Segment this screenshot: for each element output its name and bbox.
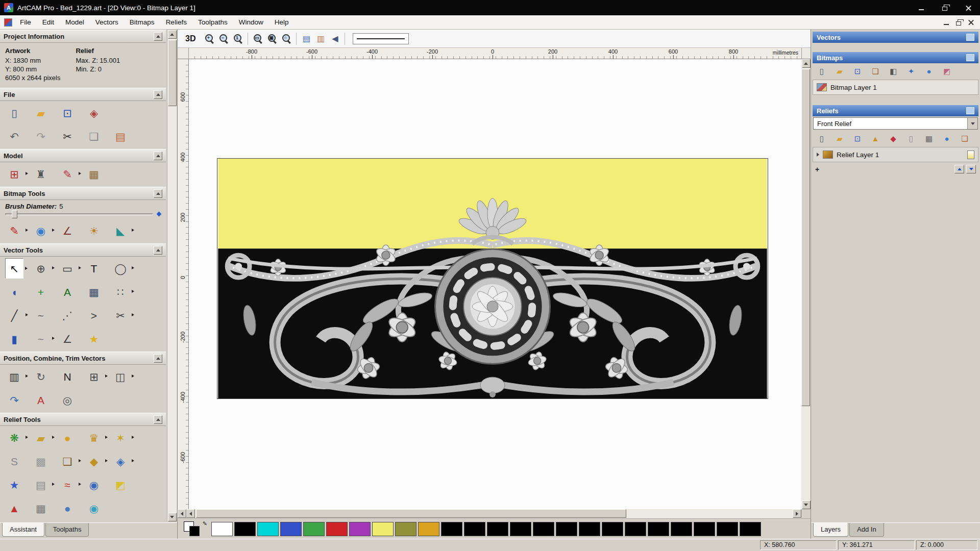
restore-button[interactable] bbox=[952, 17, 965, 28]
toggle-vector-view-button[interactable]: ▥ bbox=[313, 32, 328, 46]
palette-swatch-17[interactable] bbox=[602, 522, 623, 536]
relief-calculate-icon[interactable]: ▦ bbox=[922, 132, 936, 144]
relief-library-icon[interactable]: ❏ bbox=[58, 451, 77, 471]
palette-swatch-14[interactable] bbox=[533, 522, 554, 536]
relief-layer-item[interactable]: Relief Layer 1 bbox=[813, 147, 978, 162]
free-sketch-icon[interactable]: ~ bbox=[32, 305, 50, 325]
shape-editor-flyout-icon[interactable] bbox=[26, 436, 28, 439]
tab-layers[interactable]: Layers bbox=[813, 523, 848, 537]
menu-model[interactable]: Model bbox=[60, 16, 90, 28]
create-ellipse-icon[interactable]: ◯ bbox=[111, 258, 130, 279]
relief-page-icon[interactable]: ▯ bbox=[904, 132, 918, 144]
zoom-in-button[interactable]: + bbox=[202, 32, 216, 46]
zoom-objects-button[interactable]: ○ bbox=[279, 32, 293, 46]
create-arc-icon[interactable]: > bbox=[85, 305, 103, 325]
reliefs-panel-options-icon[interactable] bbox=[966, 107, 974, 114]
relief-cone-icon[interactable]: ▲ bbox=[869, 132, 882, 144]
flood-fill-icon[interactable]: ◣ bbox=[111, 220, 130, 241]
text-in-box-icon[interactable]: A bbox=[58, 282, 77, 302]
view-3d-button[interactable]: 3D bbox=[182, 32, 199, 46]
rollup-button[interactable] bbox=[154, 415, 162, 424]
sphere-texture-icon[interactable]: ◉ bbox=[85, 474, 103, 495]
close-button[interactable] bbox=[965, 17, 977, 28]
angle-relief-icon[interactable]: ◩ bbox=[111, 474, 130, 495]
star-wizard-icon[interactable]: ★ bbox=[85, 329, 103, 349]
menu-edit[interactable]: Edit bbox=[37, 16, 60, 28]
set-model-size-icon[interactable]: ⊞ bbox=[5, 164, 23, 184]
select-vectors-icon[interactable]: ↖ bbox=[5, 258, 23, 279]
save-model-icon[interactable]: ⊡ bbox=[58, 103, 77, 123]
new-relief-layer-icon[interactable]: ▯ bbox=[815, 132, 828, 144]
palette-swatch-5[interactable] bbox=[326, 522, 348, 536]
bitmap-colours-icon[interactable]: ◩ bbox=[940, 65, 953, 77]
new-bitmap-layer-icon[interactable]: ▯ bbox=[815, 65, 828, 77]
model-texture-icon[interactable]: ▦ bbox=[85, 164, 103, 184]
minimize-button[interactable] bbox=[910, 0, 933, 15]
snap-points-flyout-icon[interactable] bbox=[132, 290, 134, 293]
bitmaps-panel-options-icon[interactable] bbox=[966, 54, 974, 61]
palette-swatch-23[interactable] bbox=[740, 522, 761, 536]
lock-relief-icon[interactable]: ◈ bbox=[111, 451, 130, 471]
bitmap-contrast-icon[interactable]: ◧ bbox=[887, 65, 900, 77]
palette-swatch-9[interactable] bbox=[418, 522, 439, 536]
palette-swatch-11[interactable] bbox=[464, 522, 485, 536]
scroll-down-button[interactable] bbox=[168, 513, 177, 521]
open-bitmap-icon[interactable]: ▰ bbox=[833, 65, 846, 77]
cut-icon[interactable]: ✂ bbox=[58, 126, 77, 146]
node-editing-icon[interactable]: ⋰ bbox=[58, 305, 77, 325]
scrollbar-corner-button[interactable] bbox=[801, 48, 811, 59]
scroll-left-button[interactable] bbox=[186, 509, 195, 518]
vertical-scroll-thumb[interactable] bbox=[801, 69, 810, 406]
rollup-button[interactable] bbox=[154, 189, 162, 198]
transform-vectors-flyout-icon[interactable] bbox=[52, 266, 55, 269]
vertical-scrollbar[interactable] bbox=[801, 59, 811, 509]
move-layer-up-button[interactable] bbox=[954, 165, 964, 173]
palette-swatch-7[interactable] bbox=[372, 522, 394, 536]
palette-swatch-18[interactable] bbox=[625, 522, 646, 536]
smooth-relief-icon[interactable]: ▰ bbox=[32, 428, 50, 448]
paste-on-curve-icon[interactable]: A bbox=[32, 390, 50, 410]
weld-vectors-icon[interactable]: ◫ bbox=[111, 366, 130, 387]
block-copy-flyout-icon[interactable] bbox=[26, 374, 28, 378]
new-model-icon[interactable]: ▯ bbox=[5, 103, 23, 123]
spiral-tool-icon[interactable]: ◎ bbox=[58, 390, 77, 410]
fit-arcs-flyout-icon[interactable] bbox=[52, 337, 55, 340]
add-layer-button[interactable]: + bbox=[815, 165, 819, 173]
rollup-button[interactable] bbox=[154, 32, 162, 41]
vectors-panel-header[interactable]: Vectors bbox=[813, 32, 978, 43]
envelope-distort-icon[interactable]: ▤ bbox=[32, 474, 50, 495]
dome-relief-icon[interactable]: ● bbox=[58, 428, 77, 448]
emboss-relief-icon[interactable]: ✶ bbox=[111, 428, 130, 448]
paste-array-icon[interactable]: ⊞ bbox=[85, 366, 103, 387]
trim-vector-flyout-icon[interactable] bbox=[132, 313, 134, 316]
merge-bitmap-icon[interactable]: ❏ bbox=[869, 65, 882, 77]
menu-file[interactable]: File bbox=[14, 16, 37, 28]
create-text-icon[interactable]: T bbox=[85, 258, 103, 279]
paste-icon[interactable]: ▤ bbox=[111, 126, 130, 146]
envelope-distort-flyout-icon[interactable] bbox=[52, 483, 55, 486]
export-model-icon[interactable]: ◈ bbox=[85, 103, 103, 123]
bitmap-layer-item[interactable]: Bitmap Layer 1 bbox=[813, 80, 978, 95]
paint-brush-flyout-icon[interactable] bbox=[26, 229, 28, 232]
create-rectangle-flyout-icon[interactable] bbox=[79, 266, 81, 269]
menu-toolpaths[interactable]: Toolpaths bbox=[192, 16, 233, 28]
weld-vectors-flyout-icon[interactable] bbox=[132, 374, 134, 378]
vectors-panel-options-icon[interactable] bbox=[966, 34, 974, 41]
model-border-icon[interactable]: ♜ bbox=[32, 164, 50, 184]
create-grid-icon[interactable]: ▦ bbox=[85, 282, 103, 302]
palette-swatch-8[interactable] bbox=[395, 522, 416, 536]
bitmap-sphere-icon[interactable]: ● bbox=[922, 65, 936, 77]
sphere-relief-icon[interactable]: ● bbox=[58, 498, 77, 518]
bitmap-link-icon[interactable]: ✦ bbox=[904, 65, 918, 77]
fan-relief-flyout-icon[interactable] bbox=[79, 483, 81, 486]
tab-toolpaths[interactable]: Toolpaths bbox=[45, 523, 89, 537]
expander-icon[interactable] bbox=[817, 153, 819, 157]
menu-window[interactable]: Window bbox=[233, 16, 269, 28]
palette-swatch-21[interactable] bbox=[694, 522, 715, 536]
scroll-up-button[interactable] bbox=[802, 59, 811, 68]
zoom-drawing-button[interactable]: ▣ bbox=[265, 32, 279, 46]
wave-relief-icon[interactable]: ◉ bbox=[85, 498, 103, 518]
horizontal-scroll-thumb[interactable] bbox=[196, 509, 626, 518]
menu-bitmaps[interactable]: Bitmaps bbox=[124, 16, 160, 28]
trim-vector-icon[interactable]: ✂ bbox=[111, 305, 130, 325]
